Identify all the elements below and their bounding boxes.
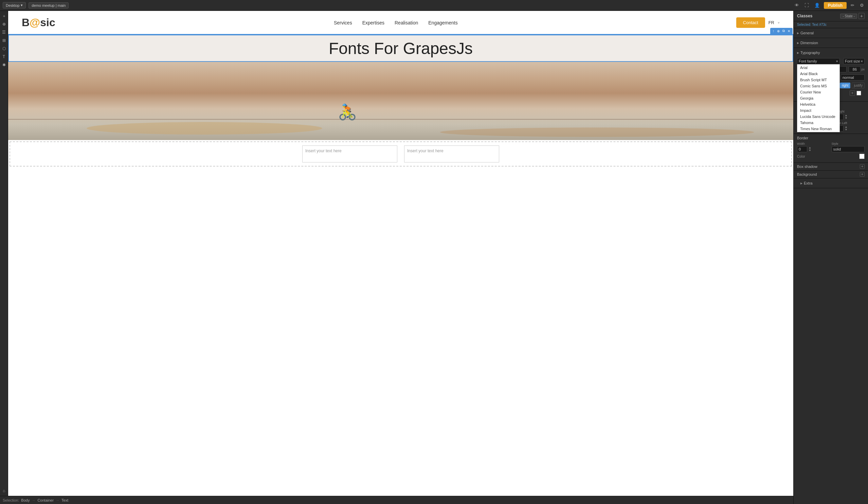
font-option-georgia[interactable]: Georgia — [797, 95, 839, 101]
topbar: Desktop ▾ demo meetup | main 👁 ⛶ 👤 Publi… — [0, 0, 868, 11]
hero-title[interactable]: Fonts For GrapesJs — [329, 39, 473, 58]
border-color-swatch[interactable] — [859, 154, 865, 159]
nav-links: Services Expertises Realisation Engageme… — [334, 20, 458, 26]
font-size-container: Font size × — [843, 58, 865, 64]
user-icon[interactable]: 👤 — [813, 2, 821, 9]
typography-section-header[interactable]: ▶ Typography — [794, 49, 868, 56]
toolbar-clone-icon[interactable]: ⧉ — [782, 29, 786, 33]
general-section: ▶ General — [794, 28, 868, 38]
typography-chevron-icon: ▶ — [797, 51, 799, 54]
br-top-right-down[interactable]: ▼ — [844, 117, 848, 120]
breadcrumb-body[interactable]: Body — [21, 498, 30, 502]
extra-section-header[interactable]: ▶ Extra — [797, 180, 865, 187]
background-section[interactable]: Background + — [794, 171, 868, 179]
fullscreen-icon[interactable]: ⛶ — [803, 2, 810, 9]
font-option-brush-script[interactable]: Brush Script MT — [797, 77, 839, 83]
br-bottom-left-down[interactable]: ▼ — [844, 129, 848, 131]
font-family-selector[interactable]: Font family × — [797, 58, 840, 64]
breadcrumb-text[interactable]: Text — [61, 498, 68, 502]
font-option-tahoma[interactable]: Tahoma — [797, 120, 839, 126]
nav-link-expertises[interactable]: Expertises — [362, 20, 384, 26]
general-section-header[interactable]: ▶ General — [794, 30, 868, 36]
align-right-button[interactable]: right — [840, 83, 850, 88]
dimension-section-header[interactable]: ▶ Dimension — [794, 39, 868, 46]
state-button[interactable]: - State - — [840, 13, 857, 19]
letter-spacing-input[interactable] — [841, 74, 865, 81]
dimension-chevron-icon: ▶ — [797, 41, 799, 44]
font-size-input[interactable] — [849, 66, 860, 72]
logo: B@sic — [22, 16, 55, 29]
box-shadow-title: Box shadow — [797, 164, 817, 169]
panel-header: Classes - State - + — [794, 11, 868, 21]
selected-info: Selected: Text #73c — [794, 21, 868, 28]
font-option-lucida[interactable]: Lucida Sans Unicode — [797, 113, 839, 120]
nav-link-engagements[interactable]: Engagements — [428, 20, 457, 26]
publish-button[interactable]: Publish — [824, 2, 847, 9]
desktop-label: Desktop — [6, 3, 19, 8]
color-swatch[interactable] — [856, 91, 861, 95]
tool-select[interactable]: ⊕ — [0, 20, 8, 28]
box-shadow-section[interactable]: Box shadow + — [794, 163, 868, 171]
svg-point-1 — [440, 128, 754, 137]
font-size-label: Font size — [845, 59, 860, 63]
toolbar-parent-icon[interactable]: ↑ — [772, 29, 775, 33]
font-dropdown: Arial Arial Black Brush Script MT Comic … — [797, 64, 840, 132]
eye-icon[interactable]: 👁 — [793, 2, 800, 9]
tool-add[interactable]: ＋ — [0, 12, 8, 20]
tool-components[interactable]: ⬡ — [0, 45, 8, 52]
tool-blocks[interactable]: ⊞ — [0, 37, 8, 44]
text-col-1[interactable]: Insert your text here — [302, 145, 397, 162]
border-color-label: Color — [797, 155, 805, 158]
gear-icon[interactable]: ⚙ — [858, 2, 865, 9]
add-class-button[interactable]: + — [858, 13, 865, 19]
extra-chevron-icon: ▶ — [800, 182, 803, 185]
font-option-arial-black[interactable]: Arial Black — [797, 71, 839, 77]
font-family-close-icon[interactable]: × — [836, 59, 838, 63]
background-add-button[interactable]: + — [860, 172, 865, 177]
font-option-courier-new[interactable]: Courier New — [797, 89, 839, 95]
font-option-impact[interactable]: Impact — [797, 108, 839, 113]
hero-section[interactable]: ↑ ⊕ ⧉ ✕ Fonts For GrapesJs — [8, 35, 793, 62]
toolbar-delete-icon[interactable]: ✕ — [786, 29, 791, 33]
align-justify-button[interactable]: justify — [852, 83, 865, 88]
tool-layers[interactable]: ☰ — [0, 29, 8, 36]
font-family-container: Font family × Arial Arial Black Brush Sc… — [797, 58, 840, 64]
lang-selector[interactable]: FR — [768, 20, 774, 25]
tool-extra[interactable]: ✱ — [0, 61, 8, 69]
left-sidebar: ＋ ⊕ ☰ ⊞ ⬡ T ✱ ⌂ ◎ — [0, 11, 8, 504]
scene-svg — [8, 62, 793, 140]
selected-id: #73c — [819, 23, 827, 27]
font-size-close-icon[interactable]: × — [861, 59, 863, 63]
breadcrumb-container[interactable]: Container — [37, 498, 54, 502]
font-option-arial[interactable]: Arial — [797, 64, 839, 71]
logo-at: @ — [30, 16, 40, 29]
chevron-icon: ▶ — [797, 32, 799, 35]
text-col-2[interactable]: Insert your text here — [404, 145, 499, 162]
font-option-helvetica[interactable]: Helvetica — [797, 101, 839, 108]
tool-home[interactable]: ⌂ — [0, 487, 8, 494]
border-style-select[interactable]: solid — [832, 146, 865, 152]
font-size-value-container: px — [849, 66, 865, 72]
text-col-1-placeholder: Insert your text here — [305, 149, 342, 153]
font-option-times[interactable]: Times New Roman — [797, 126, 839, 132]
hero-wrapper: ↑ ⊕ ⧉ ✕ Fonts For GrapesJs — [8, 35, 793, 62]
tool-text[interactable]: T — [0, 53, 8, 60]
border-width-input[interactable] — [797, 146, 807, 152]
font-family-row: Font family × Arial Arial Black Brush Sc… — [797, 58, 865, 64]
font-option-comic-sans[interactable]: Comic Sans MS — [797, 83, 839, 89]
border-width-field: Width ▲ ▼ — [797, 142, 830, 152]
br-bottom-left-stepper: ▲ ▼ — [844, 126, 848, 131]
border-width-down[interactable]: ▼ — [808, 149, 812, 152]
border-width-stepper: ▲ ▼ — [808, 147, 812, 152]
box-shadow-add-button[interactable]: + — [860, 164, 865, 169]
nav-link-realisation[interactable]: Realisation — [395, 20, 418, 26]
color-add-button[interactable]: + — [850, 90, 855, 96]
desktop-selector[interactable]: Desktop ▾ — [3, 2, 26, 9]
border-style-label: Style — [832, 142, 865, 145]
nav-link-services[interactable]: Services — [334, 20, 352, 26]
pencil-icon[interactable]: ✏ — [849, 2, 856, 9]
contact-button[interactable]: Contact — [736, 17, 765, 28]
toolbar-move-icon[interactable]: ⊕ — [776, 29, 781, 33]
selection-label: Selection: — [3, 498, 19, 502]
general-label: General — [800, 31, 814, 35]
